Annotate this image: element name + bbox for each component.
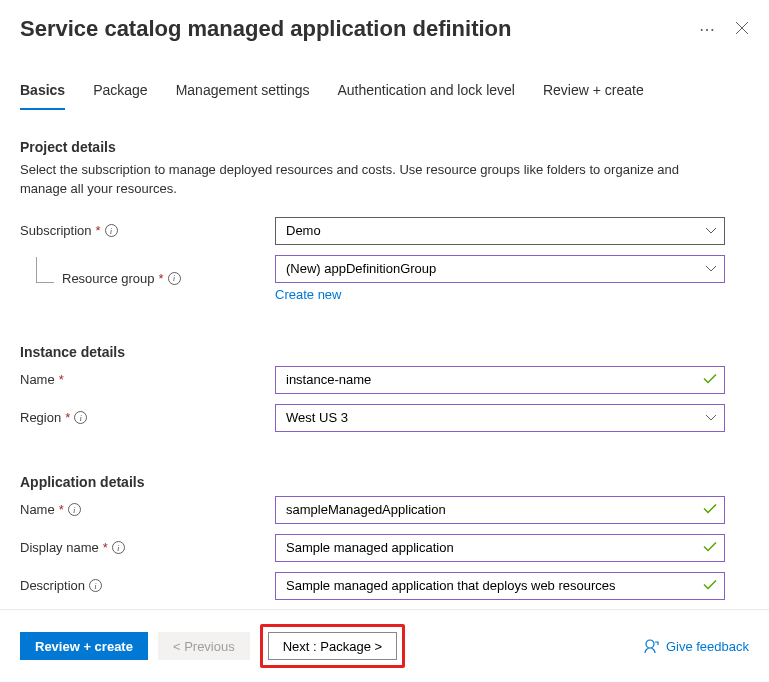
subscription-select[interactable]	[275, 217, 725, 245]
resource-group-label: Resource group* i	[20, 271, 275, 286]
app-name-label: Name* i	[20, 502, 275, 517]
tab-basics[interactable]: Basics	[20, 74, 65, 110]
subscription-label: Subscription* i	[20, 223, 275, 238]
project-details-heading: Project details	[20, 139, 749, 155]
tab-review[interactable]: Review + create	[543, 74, 644, 110]
tab-package[interactable]: Package	[93, 74, 147, 110]
info-icon[interactable]: i	[105, 224, 118, 237]
tab-bar: Basics Package Management settings Authe…	[0, 74, 769, 111]
more-icon[interactable]: ⋯	[695, 20, 719, 39]
region-label: Region* i	[20, 410, 275, 425]
info-icon[interactable]: i	[168, 272, 181, 285]
instance-details-heading: Instance details	[20, 344, 749, 360]
page-title: Service catalog managed application defi…	[20, 16, 511, 42]
review-create-button[interactable]: Review + create	[20, 632, 148, 660]
info-icon[interactable]: i	[74, 411, 87, 424]
close-icon[interactable]	[735, 21, 749, 38]
highlight-box: Next : Package >	[260, 624, 405, 668]
application-details-heading: Application details	[20, 474, 749, 490]
region-select[interactable]	[275, 404, 725, 432]
info-icon[interactable]: i	[68, 503, 81, 516]
project-details-desc: Select the subscription to manage deploy…	[20, 161, 700, 199]
app-name-input[interactable]	[275, 496, 725, 524]
info-icon[interactable]: i	[89, 579, 102, 592]
create-new-link[interactable]: Create new	[275, 287, 341, 302]
display-name-input[interactable]	[275, 534, 725, 562]
instance-name-label: Name*	[20, 372, 275, 387]
display-name-label: Display name* i	[20, 540, 275, 555]
resource-group-select[interactable]	[275, 255, 725, 283]
give-feedback-link[interactable]: Give feedback	[644, 638, 749, 654]
description-input[interactable]	[275, 572, 725, 600]
info-icon[interactable]: i	[112, 541, 125, 554]
next-package-button[interactable]: Next : Package >	[268, 632, 397, 660]
previous-button: < Previous	[158, 632, 250, 660]
description-label: Description i	[20, 578, 275, 593]
instance-name-input[interactable]	[275, 366, 725, 394]
tree-connector-icon	[36, 257, 54, 283]
feedback-icon	[644, 638, 660, 654]
tab-management[interactable]: Management settings	[176, 74, 310, 110]
tab-auth[interactable]: Authentication and lock level	[338, 74, 515, 110]
